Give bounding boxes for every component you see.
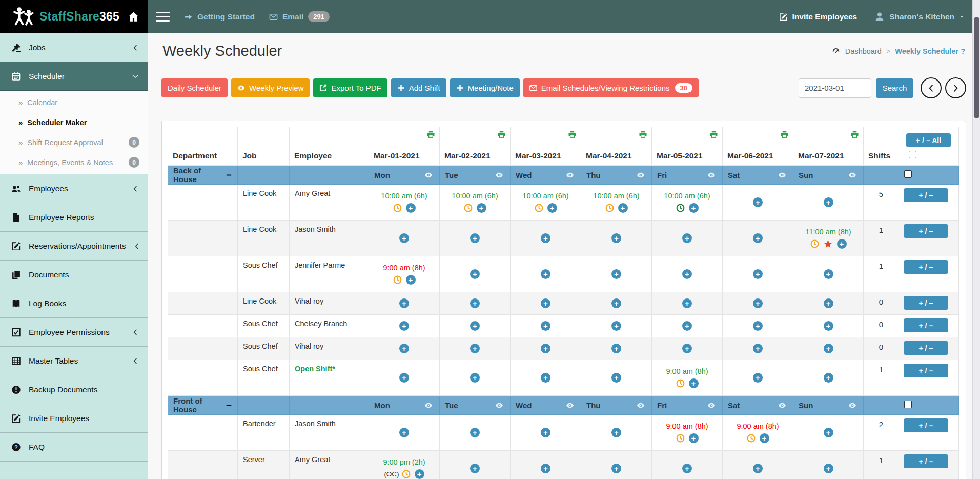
scrollbar-thumb[interactable] [974, 17, 979, 118]
add-remove-row-button[interactable]: + / − [904, 418, 948, 432]
add-shift-icon[interactable]: + [824, 373, 833, 383]
add-shift-icon[interactable]: + [470, 269, 480, 279]
clock-green-icon[interactable] [676, 204, 685, 212]
visibility-eye-icon[interactable] [777, 171, 788, 179]
toolbar-button-daily-scheduler[interactable]: Daily Scheduler [161, 78, 228, 97]
add-shift-icon[interactable]: + [682, 321, 692, 331]
add-shift-icon[interactable]: + [470, 298, 480, 308]
toolbar-button-email-schedules-viewing-restrictions[interactable]: Email Schedules/Viewing Restrictions30 [523, 78, 699, 97]
submenu-item-meetings-events-notes[interactable]: »Meetings, Events & Notes0 [0, 152, 148, 172]
toolbar-button-meeting-note[interactable]: Meeting/Note [450, 78, 520, 97]
email-link[interactable]: Email 291 [269, 11, 330, 22]
add-shift-icon[interactable]: + [541, 298, 550, 308]
add-shift-icon[interactable]: + [399, 428, 409, 437]
add-shift-icon[interactable]: + [682, 269, 692, 279]
add-shift-icon[interactable]: + [753, 197, 763, 207]
add-shift-icon[interactable]: + [824, 197, 833, 207]
visibility-eye-icon[interactable] [423, 171, 434, 179]
submenu-item-calendar[interactable]: »Calendar [0, 92, 148, 112]
add-shift-icon[interactable]: + [541, 269, 550, 279]
add-shift-icon[interactable]: + [611, 269, 621, 279]
add-shift-icon[interactable]: + [824, 464, 833, 473]
home-icon[interactable] [128, 11, 139, 22]
next-week-button[interactable] [945, 77, 966, 98]
add-shift-icon[interactable]: + [682, 298, 692, 308]
add-shift-icon[interactable]: + [837, 239, 847, 249]
add-shift-icon[interactable]: + [470, 233, 480, 243]
add-shift-icon[interactable]: + [470, 373, 480, 383]
printer-icon[interactable] [850, 130, 859, 138]
visibility-eye-icon[interactable] [494, 171, 505, 179]
clock-icon[interactable] [402, 470, 411, 478]
printer-icon[interactable] [709, 130, 718, 138]
visibility-eye-icon[interactable] [706, 171, 717, 179]
submenu-item-scheduler-maker[interactable]: »Scheduler Maker [0, 112, 148, 132]
star-icon[interactable] [823, 240, 833, 249]
add-shift-icon[interactable]: + [399, 233, 409, 243]
visibility-eye-icon[interactable] [706, 402, 717, 409]
clock-icon[interactable] [676, 434, 685, 443]
add-shift-icon[interactable]: + [753, 464, 763, 473]
printer-icon[interactable] [780, 130, 789, 138]
select-all-checkbox[interactable] [909, 151, 916, 158]
sidebar-item-backup-documents[interactable]: Backup Documents [0, 375, 148, 404]
section-select-checkbox[interactable] [904, 170, 912, 178]
add-shift-icon[interactable]: + [611, 428, 621, 437]
printer-icon[interactable] [568, 130, 577, 138]
add-shift-icon[interactable]: + [682, 344, 692, 353]
add-shift-icon[interactable]: + [611, 344, 621, 353]
sidebar-item-documents[interactable]: Documents [0, 261, 148, 289]
add-shift-icon[interactable]: + [541, 344, 550, 353]
clock-icon[interactable] [810, 240, 819, 248]
visibility-eye-icon[interactable] [564, 171, 576, 179]
clock-icon[interactable] [393, 204, 402, 212]
sidebar-item-reservations-appointments[interactable]: Reservations/Appointments [0, 232, 148, 261]
sidebar-item-invite-employees[interactable]: Invite Employees [0, 404, 148, 433]
add-shift-icon[interactable]: + [682, 464, 692, 473]
sidebar-item-master-tables[interactable]: Master Tables [0, 347, 148, 375]
add-shift-icon[interactable]: + [618, 203, 628, 213]
toolbar-button-weekly-preview[interactable]: Weekly Preview [231, 78, 310, 97]
add-remove-row-button[interactable]: + / − [904, 188, 948, 202]
add-remove-row-button[interactable]: + / − [904, 318, 948, 332]
add-shift-icon[interactable]: + [753, 298, 763, 308]
visibility-eye-icon[interactable] [564, 402, 576, 409]
add-remove-all-button[interactable]: + / − All [906, 133, 951, 147]
add-shift-icon[interactable]: + [753, 321, 763, 331]
printer-icon[interactable] [497, 130, 506, 138]
visibility-eye-icon[interactable] [635, 171, 646, 179]
sidebar-item-jobs[interactable]: Jobs [0, 33, 148, 62]
collapse-section-icon[interactable] [226, 172, 232, 178]
add-shift-icon[interactable]: + [541, 464, 550, 473]
submenu-item-shift-request-approval[interactable]: »Shift Request Approval0 [0, 132, 148, 152]
add-remove-row-button[interactable]: + / − [904, 224, 948, 238]
add-remove-row-button[interactable]: + / − [904, 296, 948, 310]
clock-icon[interactable] [605, 204, 614, 212]
breadcrumb-dashboard[interactable]: Dashboard [845, 47, 882, 55]
invite-employees-link[interactable]: Invite Employees [779, 12, 858, 22]
breadcrumb-current[interactable]: Weekly Scheduler ? [895, 47, 965, 55]
add-shift-icon[interactable]: + [399, 321, 409, 331]
add-shift-icon[interactable]: + [611, 233, 621, 243]
add-shift-icon[interactable]: + [824, 321, 833, 331]
menu-toggle-icon[interactable] [156, 12, 170, 22]
sidebar-item-scheduler[interactable]: Scheduler [0, 62, 148, 91]
add-remove-row-button[interactable]: + / − [904, 341, 948, 355]
add-shift-icon[interactable]: + [399, 344, 409, 353]
date-input[interactable] [799, 78, 871, 98]
sidebar-item-employee-reports[interactable]: Employee Reports [0, 203, 148, 232]
printer-icon[interactable] [426, 130, 435, 138]
add-shift-icon[interactable]: + [470, 344, 480, 353]
visibility-eye-icon[interactable] [777, 402, 788, 409]
sidebar-item-employees[interactable]: Employees [0, 174, 148, 203]
clock-icon[interactable] [535, 204, 543, 212]
add-shift-icon[interactable]: + [689, 433, 699, 443]
visibility-eye-icon[interactable] [635, 402, 646, 409]
page-scrollbar[interactable] [972, 0, 980, 479]
add-shift-icon[interactable]: + [824, 428, 833, 437]
add-shift-icon[interactable]: + [470, 428, 480, 437]
add-shift-icon[interactable]: + [406, 203, 416, 213]
clock-icon[interactable] [393, 275, 402, 284]
clock-icon[interactable] [747, 434, 756, 443]
visibility-eye-icon[interactable] [847, 402, 858, 409]
